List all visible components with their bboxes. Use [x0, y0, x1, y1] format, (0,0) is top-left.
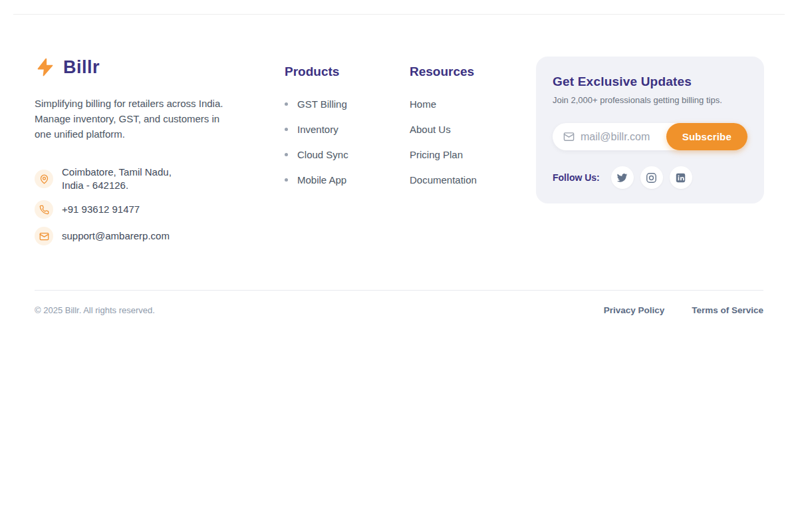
- tagline-line: Manage inventory, GST, and customers in: [35, 111, 285, 126]
- lightning-bolt-icon: [35, 57, 56, 78]
- brand-name: Billr: [63, 57, 100, 78]
- brand-column: Billr Simplifying billing for retailers …: [35, 57, 285, 253]
- bullet-dot: [285, 178, 288, 182]
- resources-list: Home About Us Pricing Plan Documentation: [410, 98, 536, 186]
- privacy-policy-link[interactable]: Privacy Policy: [604, 305, 665, 315]
- address-text: Coimbatore, Tamil Nadu, India - 642126.: [62, 166, 172, 192]
- tagline-line: one unified platform.: [35, 126, 285, 142]
- copyright-text: © 2025 Billr. All rights reserved.: [35, 305, 155, 315]
- products-link-gst-billing[interactable]: GST Billing: [285, 98, 410, 110]
- newsletter-card: Get Exclusive Updates Join 2,000+ profes…: [536, 57, 764, 203]
- bullet-dot: [285, 102, 288, 106]
- social-links: [611, 166, 692, 189]
- resources-title: Resources: [410, 65, 536, 79]
- resources-link-about-us[interactable]: About Us: [410, 124, 536, 135]
- products-link-cloud-sync[interactable]: Cloud Sync: [285, 149, 410, 160]
- footer: Billr Simplifying billing for retailers …: [0, 15, 798, 253]
- products-list: GST Billing Inventory Cloud Sync Mobile …: [285, 98, 410, 186]
- tagline-line: Simplifying billing for retailers across…: [35, 96, 285, 111]
- twitter-icon[interactable]: [611, 166, 634, 189]
- resources-link-documentation[interactable]: Documentation: [410, 174, 536, 186]
- bottom-bar: © 2025 Billr. All rights reserved. Priva…: [0, 291, 798, 315]
- phone-text: +91 93612 91477: [62, 203, 140, 216]
- phone-icon: [35, 200, 53, 219]
- resources-link-home[interactable]: Home: [410, 98, 536, 110]
- resources-link-pricing-plan[interactable]: Pricing Plan: [410, 149, 536, 160]
- products-link-inventory[interactable]: Inventory: [285, 124, 410, 135]
- follow-row: Follow Us:: [553, 166, 747, 189]
- contact-list: Coimbatore, Tamil Nadu, India - 642126. …: [35, 166, 285, 245]
- contact-email: support@ambarerp.com: [35, 227, 285, 245]
- resources-column: Resources Home About Us Pricing Plan Doc…: [410, 57, 536, 200]
- follow-us-label: Follow Us:: [553, 172, 600, 183]
- instagram-icon[interactable]: [640, 166, 663, 189]
- legal-links: Privacy Policy Terms of Service: [604, 305, 763, 315]
- brand-logo: Billr: [35, 57, 285, 78]
- products-title: Products: [285, 65, 410, 79]
- email-text: support@ambarerp.com: [62, 229, 170, 243]
- envelope-icon: [35, 227, 53, 245]
- contact-address: Coimbatore, Tamil Nadu, India - 642126.: [35, 166, 285, 192]
- products-link-mobile-app[interactable]: Mobile App: [285, 174, 410, 186]
- newsletter-title: Get Exclusive Updates: [553, 74, 747, 89]
- bullet-dot: [285, 153, 288, 156]
- newsletter-form: Subscribe: [553, 123, 747, 150]
- newsletter-subtitle: Join 2,000+ professionals getting billin…: [553, 95, 747, 105]
- products-column: Products GST Billing Inventory Cloud Syn…: [285, 57, 410, 200]
- location-pin-icon: [35, 170, 53, 188]
- subscribe-button[interactable]: Subscribe: [666, 123, 747, 150]
- brand-tagline: Simplifying billing for retailers across…: [35, 96, 285, 142]
- bullet-dot: [285, 128, 288, 131]
- linkedin-icon[interactable]: [670, 166, 692, 189]
- terms-of-service-link[interactable]: Terms of Service: [692, 305, 763, 315]
- contact-phone: +91 93612 91477: [35, 200, 285, 219]
- mail-input-icon: [563, 131, 575, 142]
